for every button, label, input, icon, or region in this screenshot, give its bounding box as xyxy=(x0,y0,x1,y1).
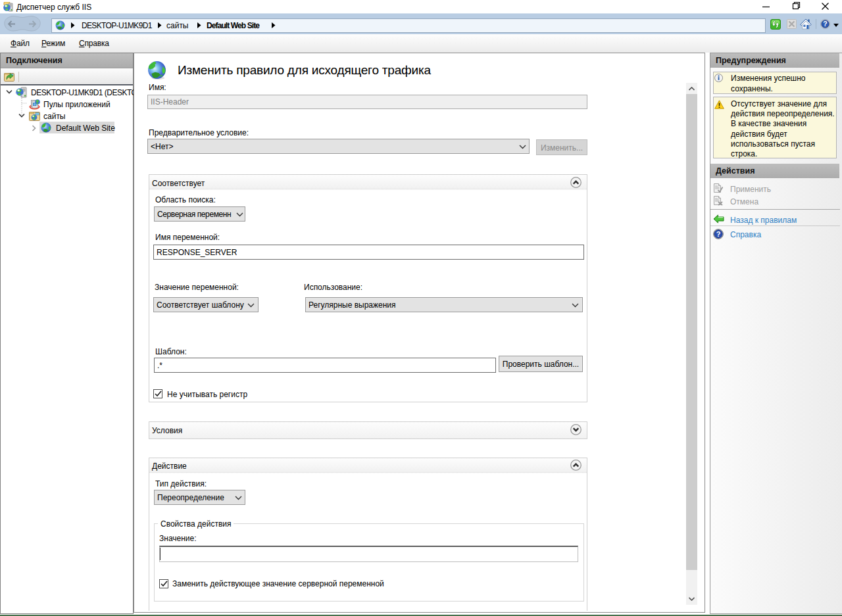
svg-text:?: ? xyxy=(823,20,827,28)
svg-text:?: ? xyxy=(716,230,721,238)
